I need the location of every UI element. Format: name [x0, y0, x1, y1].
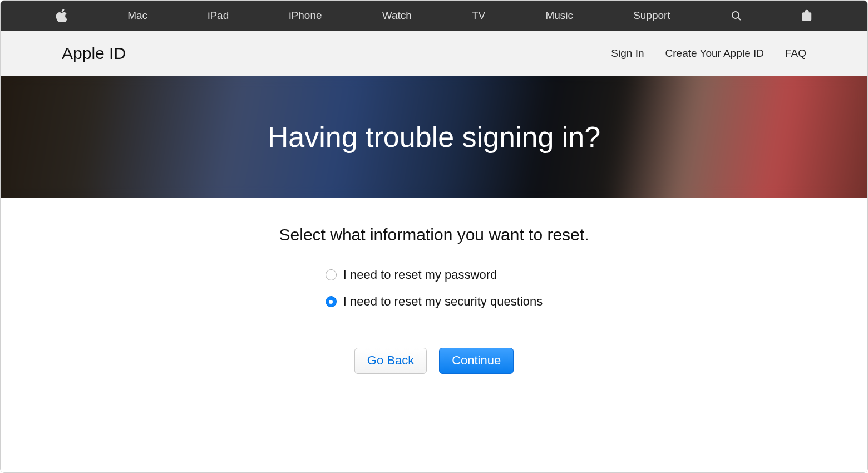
option-reset-security-questions[interactable]: I need to reset my security questions — [326, 294, 542, 309]
nav-watch[interactable]: Watch — [382, 9, 412, 22]
option-label: I need to reset my password — [343, 268, 497, 282]
radio-reset-password[interactable] — [326, 269, 337, 280]
nav-iphone[interactable]: iPhone — [289, 9, 322, 22]
page-brand-title[interactable]: Apple ID — [62, 44, 126, 63]
nav-ipad[interactable]: iPad — [208, 9, 229, 22]
hero-title: Having trouble signing in? — [268, 120, 600, 154]
subnav-sign-in[interactable]: Sign In — [611, 47, 644, 60]
reset-options: I need to reset my password I need to re… — [326, 268, 542, 309]
nav-support[interactable]: Support — [633, 9, 670, 22]
global-nav: Mac iPad iPhone Watch TV Music Support — [1, 1, 867, 31]
nav-tv[interactable]: TV — [472, 9, 485, 22]
hero-banner: Having trouble signing in? — [1, 76, 867, 198]
bag-icon[interactable] — [802, 9, 812, 22]
reset-prompt: Select what information you want to rese… — [1, 225, 867, 244]
apple-logo-icon[interactable] — [56, 9, 67, 22]
option-reset-password[interactable]: I need to reset my password — [326, 268, 497, 282]
continue-button[interactable]: Continue — [439, 348, 514, 374]
radio-reset-security-questions[interactable] — [326, 296, 337, 307]
search-icon[interactable] — [731, 10, 742, 21]
action-buttons: Go Back Continue — [1, 348, 867, 374]
option-label: I need to reset my security questions — [343, 294, 542, 309]
sub-nav: Apple ID Sign In Create Your Apple ID FA… — [1, 31, 867, 76]
subnav-faq[interactable]: FAQ — [785, 47, 806, 60]
nav-mac[interactable]: Mac — [127, 9, 147, 22]
subnav-create-id[interactable]: Create Your Apple ID — [665, 47, 764, 60]
main-content: Select what information you want to rese… — [1, 198, 867, 374]
go-back-button[interactable]: Go Back — [354, 348, 427, 374]
nav-music[interactable]: Music — [545, 9, 573, 22]
